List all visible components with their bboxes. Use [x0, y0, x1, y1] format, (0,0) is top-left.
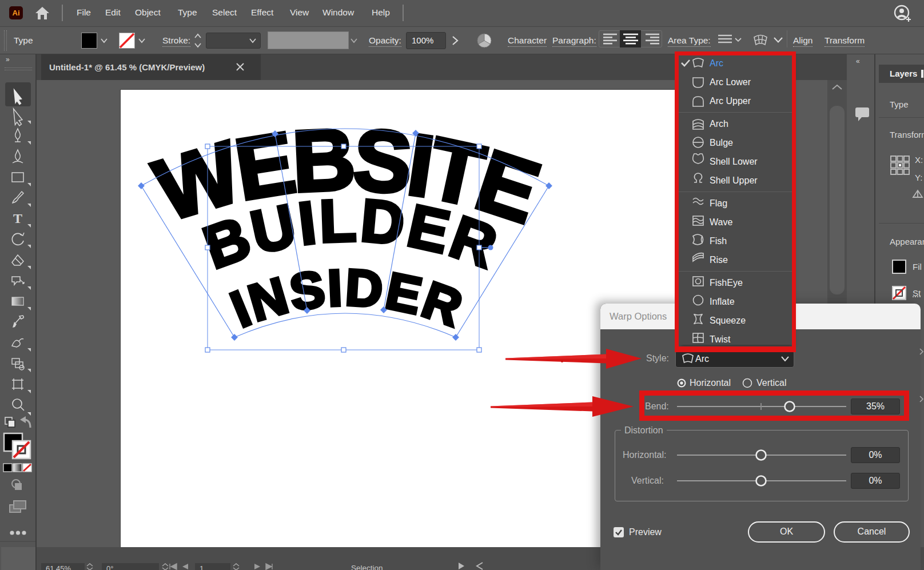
svg-text:INSIDER: INSIDER [223, 258, 471, 338]
svg-text:T: T [13, 211, 22, 226]
